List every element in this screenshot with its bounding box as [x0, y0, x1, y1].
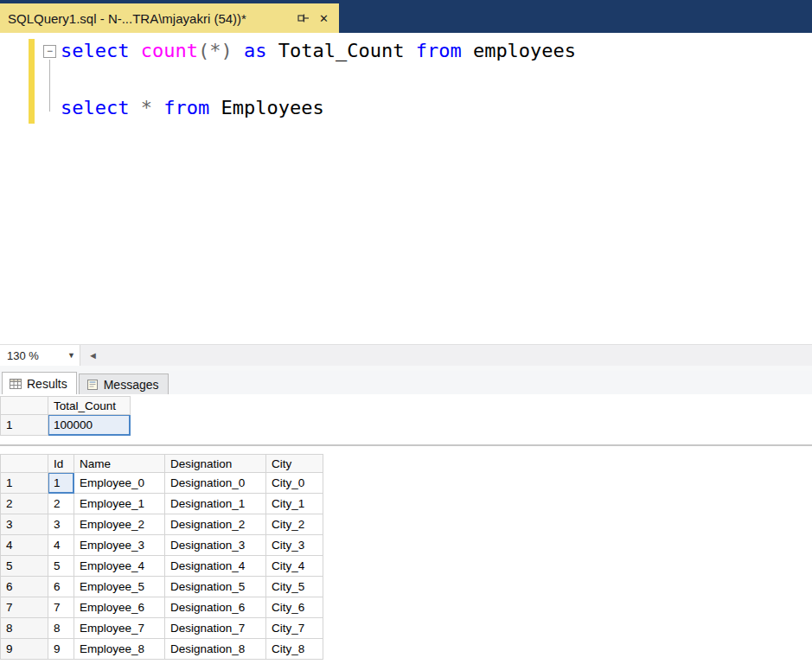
grid-cell[interactable]: Employee_4	[74, 556, 165, 577]
grid-cell[interactable]: City_2	[266, 514, 323, 535]
grid-cell[interactable]: City_8	[266, 639, 323, 660]
grid-cell[interactable]: 5	[48, 556, 74, 577]
row-header[interactable]: 3	[1, 514, 48, 535]
row-header[interactable]: 1	[1, 473, 48, 494]
code-line: select * from Employees	[61, 93, 809, 122]
grid-cell[interactable]: Designation_7	[165, 618, 266, 639]
grid-cell[interactable]: Designation_1	[165, 494, 266, 514]
row-header[interactable]: 9	[1, 639, 48, 660]
grid-cell[interactable]: Employee_1	[74, 494, 165, 514]
code-token: Total_Count	[266, 40, 415, 61]
grid-row: 66Employee_5Designation_5City_5	[1, 577, 323, 597]
sql-editor[interactable]: − select count(*) as Total_Count from em…	[0, 33, 812, 344]
grid-row: 99Employee_8Designation_8City_8	[1, 639, 323, 660]
grid-cell[interactable]: Designation_3	[165, 535, 266, 556]
grid-cell[interactable]: Employee_6	[74, 597, 165, 618]
grid-cell[interactable]: 100000	[48, 415, 131, 436]
tab-results-label: Results	[27, 377, 67, 391]
code-area[interactable]: select count(*) as Total_Count from empl…	[61, 36, 809, 122]
grid-cell[interactable]: City_5	[266, 577, 323, 597]
document-tab-bar: SQLQuery1.sql - N-...TRA\mjayakri (54))*…	[0, 0, 812, 33]
grid-cell[interactable]: Employee_0	[74, 473, 165, 494]
grid-cell[interactable]: Designation_0	[165, 473, 266, 494]
grid-row: 33Employee_2Designation_2City_2	[1, 514, 323, 535]
code-token: from	[416, 40, 462, 61]
code-token: select	[61, 97, 129, 118]
grid-row: 11Employee_0Designation_0City_0	[1, 473, 323, 494]
code-token	[152, 97, 163, 118]
grid-cell[interactable]: 1	[48, 473, 74, 494]
results-grid-icon	[10, 379, 22, 389]
horizontal-scrollbar[interactable]: ◄	[80, 345, 812, 366]
row-header[interactable]: 8	[1, 618, 48, 639]
code-token: *	[141, 97, 152, 118]
grid-cell[interactable]: Designation_8	[165, 639, 266, 660]
grid-cell[interactable]: 6	[48, 577, 74, 597]
grid-cell[interactable]: 4	[48, 535, 74, 556]
row-header[interactable]: 7	[1, 597, 48, 618]
code-token	[233, 40, 244, 61]
scrollbar-left-arrow-icon[interactable]: ◄	[88, 350, 98, 361]
grid-cell[interactable]: Designation_6	[165, 597, 266, 618]
tab-messages[interactable]: Messages	[79, 374, 169, 394]
grid-cell[interactable]: Employee_2	[74, 514, 165, 535]
grid-corner-cell[interactable]	[1, 397, 48, 415]
grid-row: 1100000	[1, 415, 131, 436]
close-icon[interactable]: ✕	[317, 12, 330, 25]
code-line: select count(*) as Total_Count from empl…	[61, 36, 809, 65]
grid-cell[interactable]: Designation_5	[165, 577, 266, 597]
outline-guide-line	[49, 60, 50, 112]
row-header[interactable]: 4	[1, 535, 48, 556]
column-header-id[interactable]: Id	[48, 455, 74, 473]
document-tab[interactable]: SQLQuery1.sql - N-...TRA\mjayakri (54))*…	[0, 3, 339, 33]
grid-cell[interactable]: Employee_3	[74, 535, 165, 556]
tab-messages-label: Messages	[104, 378, 159, 392]
code-token: as	[244, 40, 267, 61]
grid-cell[interactable]: Designation_4	[165, 556, 266, 577]
result-sets-divider[interactable]	[0, 444, 812, 446]
grid-row: 77Employee_6Designation_6City_6	[1, 597, 323, 618]
change-tracking-bar	[29, 39, 35, 124]
result-grid-employees[interactable]: IdNameDesignationCity11Employee_0Designa…	[0, 454, 323, 660]
result-grid-total-count[interactable]: Total_Count1100000	[0, 396, 131, 436]
grid-row: 44Employee_3Designation_3City_3	[1, 535, 323, 556]
collapse-toggle[interactable]: −	[43, 45, 56, 58]
code-token: employees	[462, 40, 576, 61]
code-token	[129, 97, 140, 118]
grid-cell[interactable]: Employee_5	[74, 577, 165, 597]
row-header[interactable]: 2	[1, 494, 48, 514]
grid-cell[interactable]: City_6	[266, 597, 323, 618]
editor-bottom-bar: 130 % ▼ ◄	[0, 344, 812, 366]
grid-cell[interactable]: 9	[48, 639, 74, 660]
grid-row: 22Employee_1Designation_1City_1	[1, 494, 323, 514]
grid-cell[interactable]: Designation_2	[165, 514, 266, 535]
column-header-total_count[interactable]: Total_Count	[48, 397, 131, 415]
column-header-name[interactable]: Name	[74, 455, 165, 473]
code-token: from	[163, 97, 209, 118]
column-header-designation[interactable]: Designation	[165, 455, 266, 473]
grid-cell[interactable]: City_1	[266, 494, 323, 514]
code-line	[61, 65, 809, 93]
grid-cell[interactable]: 8	[48, 618, 74, 639]
pin-icon[interactable]	[297, 13, 310, 23]
grid-row: 55Employee_4Designation_4City_4	[1, 556, 323, 577]
tab-results[interactable]: Results	[2, 372, 77, 394]
grid-corner-cell[interactable]	[1, 455, 48, 473]
grid-cell[interactable]: City_3	[266, 535, 323, 556]
grid-cell[interactable]: 2	[48, 494, 74, 514]
ssms-window: SQLQuery1.sql - N-...TRA\mjayakri (54))*…	[0, 0, 812, 664]
grid-cell[interactable]: 3	[48, 514, 74, 535]
row-header[interactable]: 1	[1, 415, 48, 436]
chevron-down-icon[interactable]: ▼	[67, 351, 75, 360]
grid-cell[interactable]: City_7	[266, 618, 323, 639]
grid-cell[interactable]: 7	[48, 597, 74, 618]
grid-cell[interactable]: City_4	[266, 556, 323, 577]
grid-cell[interactable]: Employee_8	[74, 639, 165, 660]
row-header[interactable]: 5	[1, 556, 48, 577]
messages-icon	[86, 380, 99, 390]
row-header[interactable]: 6	[1, 577, 48, 597]
grid-cell[interactable]: City_0	[266, 473, 323, 494]
grid-cell[interactable]: Employee_7	[74, 618, 165, 639]
zoom-level-combo[interactable]: 130 % ▼	[0, 345, 80, 366]
column-header-city[interactable]: City	[266, 455, 323, 473]
